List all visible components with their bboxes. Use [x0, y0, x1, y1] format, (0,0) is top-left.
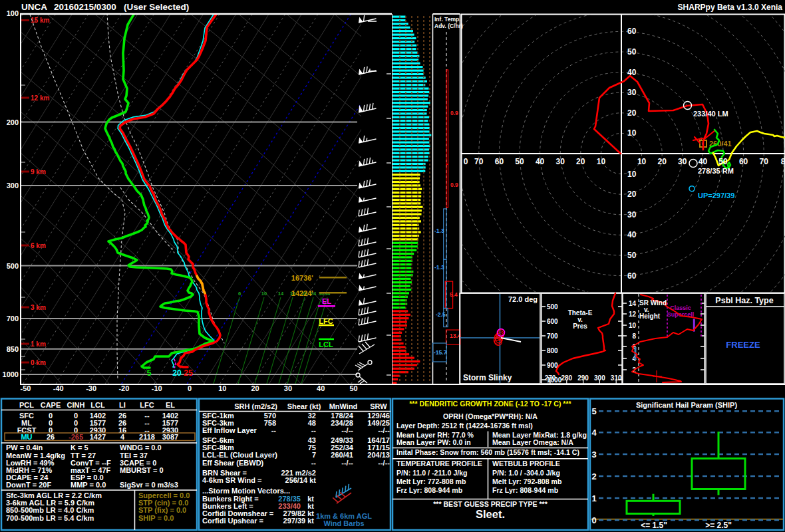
svg-text:Eff Shear (EBWD): Eff Shear (EBWD): [202, 459, 264, 467]
svg-text:Melt Lyr: 792-808 mb: Melt Lyr: 792-808 mb: [492, 477, 562, 485]
svg-text:25: 25: [184, 368, 193, 378]
svg-text:Sfc-3km AGL LR = 2.2 C/km: Sfc-3km AGL LR = 2.2 C/km: [6, 491, 102, 499]
svg-text:30: 30: [627, 88, 637, 97]
svg-text:3 km: 3 km: [31, 304, 46, 311]
svg-text:1 km: 1 km: [31, 340, 46, 348]
svg-text:TEMPERATURE PROFILE: TEMPERATURE PROFILE: [396, 460, 482, 467]
svg-text:MeanW = 1.4g/kg: MeanW = 1.4g/kg: [6, 452, 65, 460]
svg-text:14: 14: [278, 291, 284, 297]
svg-text:10: 10: [627, 128, 637, 138]
svg-text:16736': 16736': [291, 274, 314, 282]
svg-text:Frz Lyr: 808-944 mb: Frz Lyr: 808-944 mb: [396, 486, 463, 494]
svg-text:SigSvr = 0 m3/s3: SigSvr = 0 m3/s3: [120, 481, 178, 489]
svg-text:279/82 kt: 279/82 kt: [283, 509, 315, 517]
svg-text:278/35 RM: 278/35 RM: [698, 167, 734, 175]
svg-text:260/41: 260/41: [331, 451, 353, 459]
svg-text:12: 12: [629, 311, 637, 318]
svg-text:Supercell = 0.0: Supercell = 0.0: [138, 491, 190, 499]
svg-text:SRW: SRW: [370, 402, 387, 410]
svg-text:--/--: --/--: [341, 459, 353, 467]
svg-text:UNCA: UNCA: [21, 2, 47, 12]
svg-text:Bunkers Left =: Bunkers Left =: [202, 502, 253, 510]
svg-text:MU: MU: [21, 433, 32, 441]
svg-text:20: 20: [627, 190, 637, 199]
svg-text:10: 10: [629, 322, 637, 329]
svg-text:Psbl Haz. Type: Psbl Haz. Type: [715, 296, 773, 305]
svg-text:12 km: 12 km: [31, 94, 49, 102]
svg-text:60: 60: [627, 271, 637, 281]
svg-text:LowRH = 49%: LowRH = 49%: [6, 459, 55, 467]
svg-text:9 km: 9 km: [31, 168, 46, 176]
svg-text:30: 30: [678, 157, 687, 166]
svg-text:P/N: 1.0 / -304.0 J/kg: P/N: 1.0 / -304.0 J/kg: [492, 469, 560, 477]
svg-text:FREEZE: FREEZE: [726, 340, 760, 350]
svg-text:2118: 2118: [139, 433, 155, 441]
svg-text:10: 10: [627, 170, 637, 179]
svg-text:ConvT = --F: ConvT = --F: [71, 459, 111, 467]
svg-text:CINH: CINH: [67, 401, 85, 409]
svg-text:Pres: Pres: [573, 323, 587, 330]
svg-text:0.9: 0.9: [450, 110, 458, 116]
svg-text:72.0 deg: 72.0 deg: [508, 295, 538, 303]
svg-text:Mean Layer Omega: N/A: Mean Layer Omega: N/A: [492, 438, 573, 446]
svg-text:LFC: LFC: [319, 317, 333, 325]
svg-text:10: 10: [261, 291, 267, 297]
svg-text:-40: -40: [53, 384, 64, 392]
svg-text:5: 5: [591, 406, 596, 416]
svg-text:SHARPpy Beta v1.3.0 Xenia: SHARPpy Beta v1.3.0 Xenia: [678, 3, 783, 12]
svg-text:1: 1: [591, 493, 596, 503]
svg-text:4: 4: [591, 428, 597, 438]
svg-text:<= 1.5": <= 1.5": [641, 521, 667, 530]
svg-text:Adv. (C/hr): Adv. (C/hr): [434, 23, 463, 29]
svg-text:TEI = 37: TEI = 37: [120, 452, 148, 460]
svg-text:Frz Lyr: 808-944 mb: Frz Lyr: 808-944 mb: [492, 486, 559, 494]
svg-text:WETBULB PROFILE: WETBULB PROFILE: [492, 460, 560, 467]
svg-text:20: 20: [172, 368, 182, 378]
svg-text:Mean Layer PW: 0.0 in: Mean Layer PW: 0.0 in: [396, 438, 471, 446]
svg-text:10: 10: [218, 384, 226, 392]
svg-text:700: 700: [547, 332, 558, 340]
svg-text:40: 40: [627, 68, 637, 77]
svg-text:0: 0: [591, 515, 596, 525]
svg-text:0: 0: [464, 157, 468, 166]
svg-text:kt: kt: [307, 502, 314, 510]
svg-text:EL: EL: [166, 401, 175, 409]
svg-text:MBURST = 0: MBURST = 0: [120, 466, 164, 474]
svg-text:3-6km AGL LR = 5.9 C/km: 3-6km AGL LR = 5.9 C/km: [6, 499, 94, 507]
svg-text:(User Selected): (User Selected): [124, 2, 189, 12]
svg-text:Eff Inflow Layer: Eff Inflow Layer: [202, 426, 257, 434]
svg-text:OPRH (Omega*PW*RH): N/A: OPRH (Omega*PW*RH): N/A: [443, 412, 538, 420]
svg-text:Storm Slinky: Storm Slinky: [463, 373, 512, 382]
svg-text:--: --: [311, 459, 317, 467]
svg-text:*** BEST GUESS PRECIP TYPE ***: *** BEST GUESS PRECIP TYPE ***: [433, 500, 548, 508]
svg-text:MMP = 0.0: MMP = 0.0: [71, 481, 106, 489]
svg-text:0.9: 0.9: [450, 182, 458, 188]
svg-text:P/N: 11.0 / -211.0 J/kg: P/N: 11.0 / -211.0 J/kg: [396, 469, 468, 477]
svg-text:Melt Lyr: 772-808 mb: Melt Lyr: 772-808 mb: [396, 477, 466, 485]
svg-text:--/--: --/--: [378, 426, 390, 434]
svg-text:>= 2.5": >= 2.5": [705, 521, 732, 530]
svg-text:Corfidi Downshear =: Corfidi Downshear =: [202, 509, 273, 517]
svg-text:Inital Phase: Snow from: 560 m: Inital Phase: Snow from: 560 mb (15576 f…: [396, 448, 579, 456]
svg-text:--: --: [311, 426, 317, 434]
svg-text:20: 20: [251, 384, 259, 392]
svg-text:EL: EL: [322, 297, 331, 305]
svg-text:-20: -20: [118, 384, 129, 392]
svg-text:3087: 3087: [162, 433, 178, 441]
svg-text:Height: Height: [639, 313, 661, 320]
svg-text:50: 50: [349, 384, 357, 392]
svg-text:50: 50: [515, 157, 524, 166]
svg-text:34: 34: [325, 291, 331, 297]
svg-text:ESP = 0.0: ESP = 0.0: [71, 473, 104, 481]
svg-text:30: 30: [284, 384, 292, 392]
svg-text:297/39 kt: 297/39 kt: [283, 517, 315, 525]
svg-text:3: 3: [591, 450, 596, 460]
svg-text:MnWind: MnWind: [329, 402, 358, 410]
svg-text:700-500mb LR = 5.4 C/km: 700-500mb LR = 5.4 C/km: [6, 514, 94, 522]
svg-text:233/40: 233/40: [278, 502, 301, 510]
svg-text:6: 6: [238, 291, 241, 297]
svg-text:30: 30: [627, 210, 637, 219]
svg-text:14224': 14224': [291, 289, 314, 297]
svg-text:70: 70: [760, 157, 769, 166]
svg-text:233/40 LM: 233/40 LM: [693, 110, 728, 118]
